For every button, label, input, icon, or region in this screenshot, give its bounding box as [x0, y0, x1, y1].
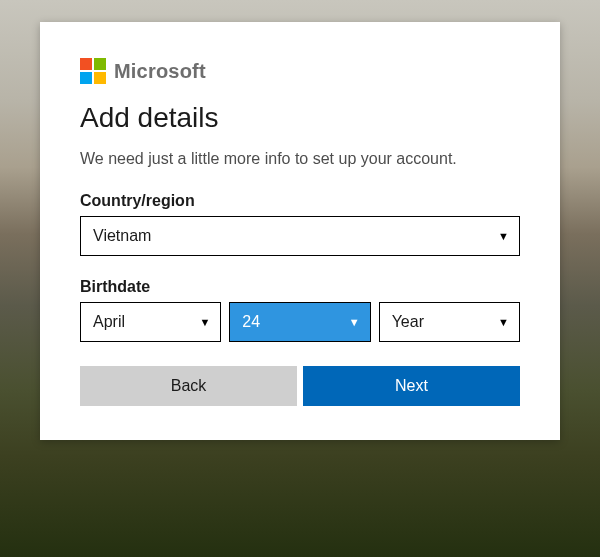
birth-month-value: April: [93, 313, 125, 331]
chevron-down-icon: ▼: [199, 316, 210, 328]
brand: Microsoft: [80, 58, 520, 84]
page-subtitle: We need just a little more info to set u…: [80, 148, 480, 170]
country-select[interactable]: Vietnam ▼: [80, 216, 520, 256]
back-button[interactable]: Back: [80, 366, 297, 406]
page-title: Add details: [80, 102, 520, 134]
microsoft-logo-icon: [80, 58, 106, 84]
birth-day-value: 24: [242, 313, 260, 331]
birth-year-select[interactable]: Year ▼: [379, 302, 520, 342]
birth-day-select[interactable]: 24 ▼: [229, 302, 370, 342]
birthdate-label: Birthdate: [80, 278, 520, 296]
birth-month-select[interactable]: April ▼: [80, 302, 221, 342]
signup-card: Microsoft Add details We need just a lit…: [40, 22, 560, 440]
chevron-down-icon: ▼: [349, 316, 360, 328]
button-row: Back Next: [80, 366, 520, 406]
country-select-value: Vietnam: [93, 227, 151, 245]
chevron-down-icon: ▼: [498, 316, 509, 328]
country-label: Country/region: [80, 192, 520, 210]
next-button[interactable]: Next: [303, 366, 520, 406]
chevron-down-icon: ▼: [498, 230, 509, 242]
birth-year-value: Year: [392, 313, 424, 331]
birthdate-row: April ▼ 24 ▼ Year ▼: [80, 302, 520, 342]
brand-name: Microsoft: [114, 60, 206, 83]
